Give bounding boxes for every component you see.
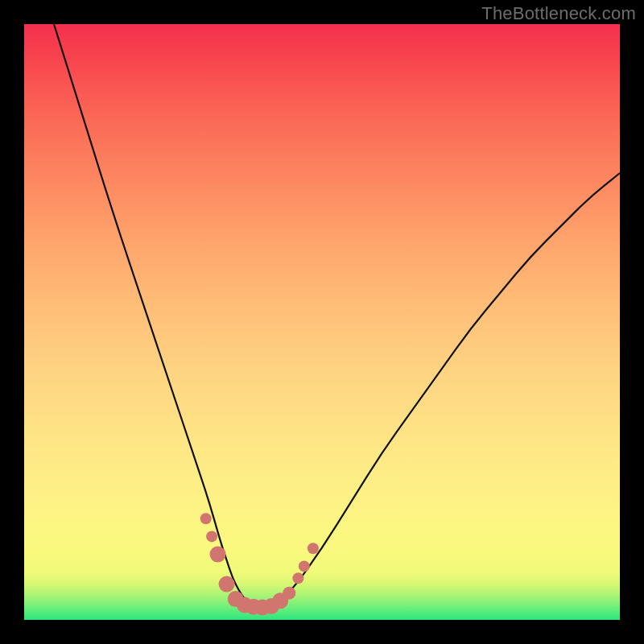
curve-marker xyxy=(200,513,212,524)
curve-marker xyxy=(210,547,226,563)
watermark-text: TheBottleneck.com xyxy=(481,3,636,24)
chart-frame: TheBottleneck.com xyxy=(0,0,644,644)
chart-svg xyxy=(24,24,620,620)
curve-marker xyxy=(292,572,303,584)
curve-marker xyxy=(219,576,235,592)
curve-marker xyxy=(206,530,217,542)
curve-marker xyxy=(299,560,310,572)
bottleneck-curve xyxy=(54,24,620,607)
chart-plot-area xyxy=(24,24,620,620)
curve-marker xyxy=(308,543,319,554)
curve-marker xyxy=(283,587,295,600)
marker-group xyxy=(200,513,319,615)
